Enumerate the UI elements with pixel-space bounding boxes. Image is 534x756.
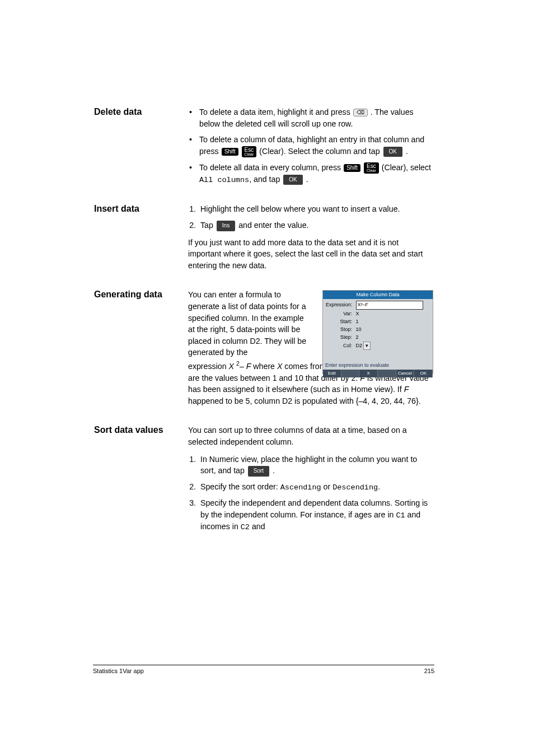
shift-key-icon: Shift (344, 164, 360, 172)
var-label: Var: (325, 310, 354, 318)
text: In Numeric view, place the highlight in … (200, 455, 417, 475)
footer-chapter: Statistics 1Var app (93, 668, 144, 674)
del-key-icon: ⌫ (353, 109, 368, 116)
text: Specify the sort order: (200, 482, 280, 491)
ok-softkey: OK (283, 175, 302, 185)
text: . (406, 147, 408, 156)
text: or (321, 482, 333, 491)
start-value: 1 (356, 318, 359, 325)
code-all-columns: All columns (199, 176, 249, 184)
heading-generating: Generating data (94, 289, 188, 412)
step-value: 2 (356, 334, 359, 341)
col-dropdown-icon[interactable]: ▾ (363, 342, 371, 350)
insert-step-2: Tap Ins and enter the value. (198, 220, 433, 231)
text: Specify the independent and dependent da… (200, 498, 428, 519)
code-ascending: Ascending (280, 483, 321, 492)
text: – (240, 362, 246, 371)
text: (Clear). Select the column and tap (259, 147, 382, 156)
generating-content: You can enter a formula to generate a li… (188, 289, 433, 412)
delete-bullet-2: To delete a column of data, highlight an… (188, 134, 433, 157)
insert-step-1: Highlight the cell below where you want … (198, 203, 433, 215)
col-value: D2 (356, 342, 363, 349)
text: Tap (200, 221, 216, 230)
figure-title: Make Column Data (323, 291, 433, 299)
text: . (273, 466, 275, 475)
text: expression (188, 362, 229, 371)
expr-label: Expression: (325, 301, 354, 309)
figure-sk-x[interactable]: X (359, 370, 378, 377)
heading-insert: Insert data (94, 203, 188, 277)
step-label: Step: (325, 334, 354, 341)
figure-sk-empty (378, 370, 396, 377)
heading-sort: Sort data values (94, 424, 188, 539)
code-descending: Descending (332, 483, 378, 492)
heading-delete: Delete data (94, 106, 188, 191)
esc-key-icon: EscClear (242, 146, 257, 157)
var-x: X (277, 362, 282, 371)
esc-key-icon: EscClear (364, 162, 379, 174)
figure-sk-edit[interactable]: Edit (323, 370, 341, 377)
footer-page-number: 215 (424, 668, 434, 674)
figure-hint: Enter expression to evaluate (323, 361, 433, 370)
sort-content: You can sort up to three columns of data… (188, 424, 433, 539)
shift-key-icon: Shift (222, 148, 238, 156)
start-label: Start: (325, 318, 354, 325)
var-x: X (229, 362, 234, 371)
code-c2: C2 (241, 523, 250, 531)
text: (Clear), select (382, 163, 431, 172)
text: To delete all data in every column, pres… (199, 163, 343, 172)
make-column-data-figure: Make Column Data Expression: X²–F Var: X… (322, 290, 433, 374)
code-c1: C1 (396, 511, 405, 520)
var-value: X (356, 310, 359, 318)
text: . (378, 482, 380, 491)
text: happened to be 5, column D2 is populated… (188, 396, 421, 405)
text: where (251, 362, 277, 371)
figure-sk-ok[interactable]: OK (414, 370, 433, 377)
delete-bullet-1: To delete a data item, highlight it and … (188, 106, 433, 129)
sort-intro: You can sort up to three columns of data… (188, 424, 433, 447)
figure-sk-empty (341, 370, 360, 377)
sort-softkey: Sort (248, 466, 269, 477)
delete-content: To delete a data item, highlight it and … (188, 106, 433, 191)
sort-step-1: In Numeric view, place the highlight in … (198, 454, 433, 477)
text: To delete a data item, highlight it and … (199, 108, 353, 116)
generating-intro: You can enter a formula to generate a li… (188, 289, 309, 358)
figure-sk-cancel[interactable]: Cancel (396, 370, 415, 377)
insert-content: Highlight the cell below where you want … (188, 203, 433, 277)
stop-value: 10 (356, 326, 362, 333)
ins-softkey: Ins (217, 221, 235, 231)
text: and enter the value. (238, 221, 308, 230)
var-f: F (404, 385, 409, 394)
text: , and tap (249, 175, 282, 184)
figure-softkeys: Edit X Cancel OK (323, 370, 433, 377)
delete-bullet-3: To delete all data in every column, pres… (188, 162, 433, 186)
text: . (306, 175, 308, 184)
col-label: Col: (325, 342, 354, 349)
sort-step-2: Specify the sort order: Ascending or Des… (198, 481, 433, 493)
text: and (250, 522, 265, 531)
stop-label: Stop: (325, 326, 354, 333)
page-footer: Statistics 1Var app 215 (93, 665, 434, 674)
expr-input[interactable]: X²–F (356, 301, 423, 309)
sort-step-3: Specify the independent and dependent da… (198, 497, 433, 533)
ok-softkey: OK (383, 147, 402, 157)
insert-note: If you just want to add more data to the… (188, 237, 433, 272)
